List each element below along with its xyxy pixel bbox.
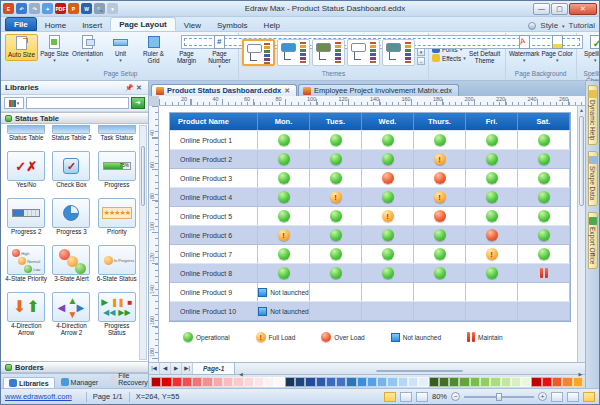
status-operational-icon[interactable] — [330, 267, 342, 279]
palette-swatch[interactable] — [172, 377, 182, 387]
normal-view-button[interactable] — [384, 392, 396, 402]
status-maintain-icon[interactable] — [540, 268, 548, 278]
palette-swatch[interactable] — [336, 377, 346, 387]
panel-tab-manager[interactable]: Manager — [55, 376, 105, 388]
status-full-load-icon[interactable]: ! — [434, 153, 446, 165]
next-page-button[interactable]: ▶ — [171, 363, 182, 374]
palette-swatch[interactable] — [542, 377, 552, 387]
status-operational-icon[interactable] — [538, 153, 550, 165]
palette-swatch[interactable] — [573, 377, 583, 387]
status-operational-icon[interactable] — [434, 229, 446, 241]
palette-swatch[interactable] — [161, 377, 171, 387]
table-row[interactable]: Online Product 10Not launched — [170, 302, 570, 321]
status-operational-icon[interactable] — [330, 229, 342, 241]
palette-swatch[interactable] — [408, 377, 418, 387]
ribbon-tab-page-layout[interactable]: Page Layout — [110, 17, 176, 31]
fit-width-button[interactable] — [567, 392, 579, 402]
scroll-up-icon[interactable]: ▲ — [578, 106, 585, 114]
status-operational-icon[interactable] — [538, 248, 550, 260]
palette-swatch[interactable] — [295, 377, 305, 387]
minimize-button[interactable]: — — [533, 3, 550, 15]
ribbon-tab-insert[interactable]: Insert — [74, 19, 110, 31]
side-tab-shape-data[interactable]: Shape Data — [588, 151, 598, 205]
palette-swatch[interactable] — [254, 377, 264, 387]
fit-page-button[interactable] — [551, 392, 563, 402]
palette-swatch[interactable] — [213, 377, 223, 387]
first-page-button[interactable]: |◀ — [149, 363, 160, 374]
palette-swatch[interactable] — [357, 377, 367, 387]
ribbon-tab-symbols[interactable]: Symbols — [209, 19, 256, 31]
status-full-load-icon[interactable]: ! — [434, 191, 446, 203]
page-view-button[interactable] — [400, 392, 412, 402]
status-not-launched[interactable]: Not launched — [258, 288, 308, 297]
stencil-item-4-state-priority[interactable]: HighNormalLow4-State Priority — [5, 245, 47, 290]
table-row[interactable]: Online Product 7! — [170, 245, 570, 264]
stencil-item-4-direction-arrow[interactable]: ⬇⬆4-Direction Arrow — [5, 292, 47, 337]
palette-swatch[interactable] — [398, 377, 408, 387]
status-over-load-icon[interactable] — [434, 172, 446, 184]
palette-swatch[interactable] — [223, 377, 233, 387]
tutorial-button[interactable]: Tutorial — [569, 21, 595, 30]
stencil-item-progress-2[interactable]: Progress 2 — [5, 198, 47, 243]
export-word-icon[interactable]: W — [81, 3, 92, 14]
status-operational-icon[interactable] — [382, 229, 394, 241]
close-panel-button[interactable]: ✕ — [134, 84, 144, 92]
full-view-button[interactable] — [416, 392, 428, 402]
palette-swatch[interactable] — [274, 377, 284, 387]
status-operational-icon[interactable] — [330, 248, 342, 260]
status-operational-icon[interactable] — [538, 229, 550, 241]
library-scrollbar[interactable] — [139, 125, 147, 360]
palette-swatch[interactable] — [387, 377, 397, 387]
palette-swatch[interactable] — [182, 377, 192, 387]
palette-swatch[interactable] — [367, 377, 377, 387]
table-row[interactable]: Online Product 4!! — [170, 188, 570, 207]
table-row[interactable]: Online Product 6! — [170, 226, 570, 245]
panel-tab-libraries[interactable]: Libraries — [3, 377, 55, 388]
status-over-load-icon[interactable] — [486, 229, 498, 241]
theme-thumb-2[interactable] — [277, 39, 310, 66]
ribbon-tab-help[interactable]: Help — [256, 19, 288, 31]
status-operational-icon[interactable] — [538, 210, 550, 222]
palette-swatch[interactable] — [459, 377, 469, 387]
palette-swatch[interactable] — [439, 377, 449, 387]
status-operational-icon[interactable] — [434, 248, 446, 260]
status-operational-icon[interactable] — [382, 134, 394, 146]
stencil-item-4-direction-arrow-2[interactable]: ▲▼◀▶4-Direction Arrow 2 — [50, 292, 92, 337]
status-full-load-icon[interactable]: ! — [330, 191, 342, 203]
theme-thumb-4[interactable] — [347, 39, 380, 66]
stencil-item-6-state-status[interactable]: In Progress6-State Status — [96, 245, 138, 290]
undo-icon[interactable]: ↶ — [16, 3, 27, 14]
theme-thumb-3[interactable] — [312, 39, 345, 66]
status-operational-icon[interactable] — [278, 267, 290, 279]
palette-swatch[interactable] — [316, 377, 326, 387]
status-operational-icon[interactable] — [183, 332, 193, 342]
ribbon-tab-view[interactable]: View — [176, 19, 209, 31]
doc-tab[interactable]: Employee Project Involvement Matrix.edx — [298, 84, 459, 96]
stencil-item-check-box[interactable]: ✓Check Box — [50, 151, 92, 196]
status-operational-icon[interactable] — [278, 248, 290, 260]
status-operational-icon[interactable] — [382, 191, 394, 203]
status-operational-icon[interactable] — [382, 267, 394, 279]
edrawsoft-link[interactable]: www.edrawsoft.com — [5, 392, 72, 401]
horizontal-scroll-thumb[interactable] — [376, 370, 463, 372]
snap-icon[interactable]: ✦ — [42, 3, 53, 14]
ruler-grid-button[interactable]: Ruler & Grid — [137, 34, 170, 65]
palette-swatch[interactable] — [501, 377, 511, 387]
orientation-button[interactable]: Orientation▾ — [71, 34, 104, 64]
drawing-canvas[interactable]: Product NameMon.Tues.Wed.Thurs.Fri.Sat.O… — [159, 106, 577, 362]
status-maintain-icon[interactable] — [467, 332, 475, 342]
palette-swatch[interactable] — [192, 377, 202, 387]
palette-swatch[interactable] — [285, 377, 295, 387]
last-page-button[interactable]: ▶| — [182, 363, 193, 374]
unit-button[interactable]: Unit▾ — [104, 34, 137, 64]
close-button[interactable]: ✕ — [569, 3, 597, 15]
effects-dropdown[interactable]: Effects▾ — [432, 54, 466, 62]
status-operational-icon[interactable] — [330, 210, 342, 222]
edraw-logo-icon[interactable]: E — [3, 3, 14, 14]
status-operational-icon[interactable] — [486, 153, 498, 165]
table-row[interactable]: Online Product 8 — [170, 264, 570, 283]
library-group-status-table[interactable]: Status Table — [1, 112, 148, 124]
status-operational-icon[interactable] — [434, 134, 446, 146]
status-operational-icon[interactable] — [382, 153, 394, 165]
ribbon-tab-file[interactable]: File — [5, 17, 37, 31]
